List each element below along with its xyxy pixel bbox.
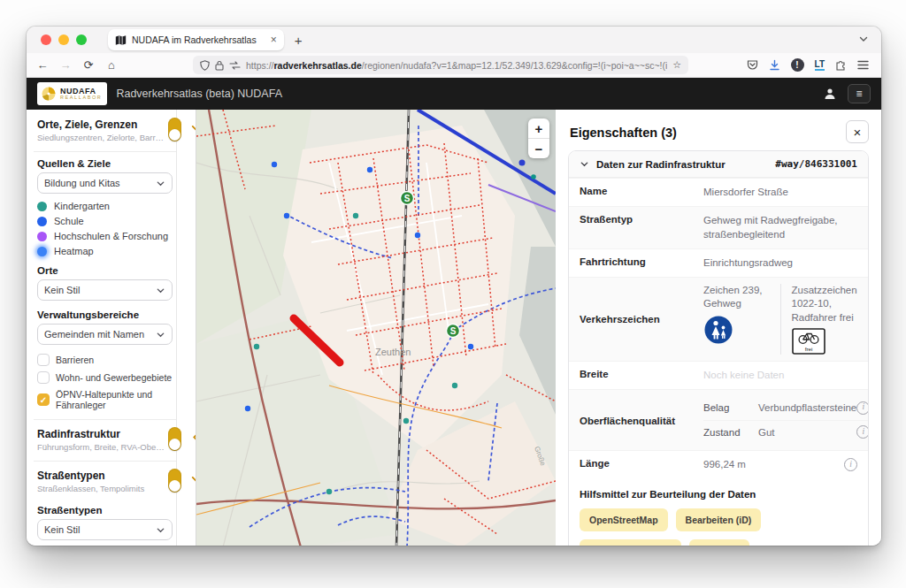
languagetool-extension-icon[interactable]: LT	[815, 59, 825, 71]
divider	[34, 151, 176, 152]
aenderungshistorie-button[interactable]: Änderungshistorie	[580, 539, 681, 546]
chevron-down-icon[interactable]	[190, 473, 196, 485]
zoom-in-button[interactable]: +	[528, 118, 549, 138]
chevron-down-icon[interactable]	[190, 122, 196, 134]
property-row-oberflaechenqualitaet: Oberflächenqualität Belag Verbundpflaste…	[569, 389, 868, 450]
macos-minimize-button[interactable]	[58, 34, 69, 45]
section-orte-ziele-grenzen: Orte, Ziele, Grenzen Siedlungszentren, Z…	[37, 117, 173, 148]
downloads-icon[interactable]	[769, 59, 780, 71]
section-strassentypen: Straßentypen Straßenklassen, Tempolimits	[37, 468, 173, 499]
extension-puzzle-icon[interactable]	[835, 59, 847, 71]
legend-item: Hochschulen & Forschung	[37, 231, 173, 241]
section-title: Orte, Ziele, Grenzen	[37, 118, 173, 131]
property-row-strassentyp: Straßentyp Gehweg mit Radwegfreigabe, st…	[569, 206, 868, 248]
url-text: https://radverkehrsatlas.de/regionen/nud…	[246, 60, 667, 71]
browser-window: NUDAFA im Radverkehrsatlas × + ← → ⟳ ⌂ h…	[27, 27, 881, 546]
chevron-down-icon	[156, 179, 165, 188]
url-bar[interactable]: https://radverkehrsatlas.de/regionen/nud…	[193, 56, 688, 74]
sbahn-station-icon: S	[447, 325, 460, 338]
tools-title: Hilfsmittel zur Beurteilung der Daten	[580, 489, 857, 500]
verwaltungsbereiche-label: Verwaltungsbereiche	[37, 309, 173, 320]
chevron-left-icon[interactable]	[190, 431, 196, 443]
map-zoom-control: + −	[528, 118, 549, 158]
section-radinfrastruktur: Radinfrastruktur Führungsform, Breite, R…	[37, 426, 173, 457]
adblock-extension-icon[interactable]: !	[791, 58, 804, 72]
strassentypen-select[interactable]: Kein Stil	[37, 519, 173, 540]
new-tab-button[interactable]: +	[295, 33, 303, 48]
checkbox-wohn-gewerbe[interactable]: Wohn- und Gewerbegebiete	[37, 371, 173, 384]
home-icon[interactable]: ⌂	[104, 58, 119, 72]
tab-close-icon[interactable]: ×	[271, 34, 277, 46]
property-row-breite: Breite Noch keine Daten	[569, 361, 868, 389]
card-header[interactable]: Daten zur Radinfrastruktur #way/84633100…	[569, 151, 868, 178]
osm-way-id[interactable]: #way/846331001	[775, 158, 857, 170]
reload-icon[interactable]: ⟳	[81, 58, 96, 72]
checkbox-checked-icon[interactable]: ✓	[37, 393, 50, 406]
kindergarten-dot-icon	[37, 202, 47, 211]
svg-text:S: S	[450, 326, 457, 336]
section-subtitle: Siedlungszentren, Zielorte, Barr…	[37, 133, 173, 142]
browser-tab[interactable]: NUDAFA im Radverkehrsatlas ×	[108, 29, 284, 50]
pocket-save-icon[interactable]	[747, 59, 758, 71]
info-icon[interactable]: i	[856, 401, 869, 415]
quellen-ziele-label: Quellen & Ziele	[37, 158, 173, 169]
layer-toggle[interactable]	[168, 118, 181, 141]
radfahrer-frei-sign-icon: frei	[792, 328, 825, 355]
panel-title: Eigenschaften (3)	[570, 126, 869, 140]
map-canvas[interactable]: Große	[196, 110, 556, 546]
checkbox-icon[interactable]	[37, 354, 50, 366]
logo-subtitle: REALLABOR	[60, 95, 102, 101]
properties-panel: Eigenschaften (3) × Daten zur Radinfrast…	[556, 110, 881, 546]
app-header: NUDAFA REALLABOR Radverkehrsatlas (beta)…	[27, 78, 881, 110]
tracking-shield-icon[interactable]	[200, 60, 210, 71]
verwaltungsbereiche-select[interactable]: Gemeinden mit Namen	[37, 324, 173, 345]
browser-menu-icon[interactable]	[857, 60, 869, 70]
permissions-icon[interactable]	[229, 61, 241, 70]
tab-title: NUDAFA im Radverkehrsatlas	[132, 34, 257, 45]
quellen-ziele-select[interactable]: Bildung und Kitas	[37, 172, 173, 194]
nudafa-logo[interactable]: NUDAFA REALLABOR	[37, 82, 107, 105]
openstreetmap-button[interactable]: OpenStreetMap	[580, 508, 668, 531]
zoom-out-button[interactable]: −	[528, 139, 549, 158]
close-icon[interactable]: ×	[846, 120, 869, 143]
property-row-verkehrszeichen: Verkehrszeichen Zeichen 239, Gehweg	[569, 277, 868, 362]
gehweg-sign-icon	[703, 315, 733, 345]
svg-text:S: S	[404, 194, 411, 203]
checkbox-icon[interactable]	[37, 371, 50, 384]
card-title: Daten zur Radinfrastruktur	[596, 159, 726, 170]
info-icon[interactable]: i	[844, 458, 857, 471]
subrow-zustand: Zustand Gut i	[703, 420, 869, 445]
property-row-name: Name Miersdorfer Straße	[569, 178, 868, 206]
divider	[34, 461, 176, 462]
chevron-down-icon	[156, 525, 165, 535]
app-menu-button[interactable]: ≡	[848, 84, 871, 103]
app-title: Radverkehrsatlas (beta) NUDAFA	[116, 88, 282, 100]
info-icon[interactable]: i	[856, 425, 869, 439]
orte-select[interactable]: Kein Stil	[37, 279, 173, 301]
layers-sidebar: Orte, Ziele, Grenzen Siedlungszentren, Z…	[27, 110, 196, 546]
checkbox-barrieren[interactable]: Barrieren	[37, 354, 173, 366]
layer-toggle[interactable]	[168, 469, 181, 493]
radinfrastruktur-card: Daten zur Radinfrastruktur #way/84633100…	[568, 150, 869, 546]
forward-icon[interactable]: →	[58, 58, 73, 72]
property-row-fahrtrichtung: Fahrtrichtung Einrichtungsradweg	[569, 248, 868, 277]
layer-toggle[interactable]	[168, 427, 181, 451]
bearbeiten-id-button[interactable]: Bearbeiten (iD)	[676, 508, 762, 531]
checkbox-oepnv[interactable]: ✓ÖPNV-Haltepunkte und Fähranleger	[37, 389, 173, 410]
tab-list-chevron-icon[interactable]	[858, 34, 869, 44]
macos-close-button[interactable]	[41, 34, 51, 45]
hochschulen-dot-icon	[37, 232, 47, 241]
user-account-icon[interactable]	[823, 87, 837, 101]
logo-pie-icon	[41, 86, 57, 102]
back-icon[interactable]: ←	[35, 58, 50, 72]
tab-bar: NUDAFA im Radverkehrsatlas × +	[27, 27, 881, 53]
town-label: Zeuthen	[375, 347, 411, 357]
lock-icon[interactable]	[215, 60, 224, 71]
mapillary-button[interactable]: Mapillary	[689, 539, 749, 546]
macos-zoom-button[interactable]	[76, 34, 87, 45]
tab-favicon-map-icon	[115, 34, 127, 46]
chevron-down-icon	[580, 159, 589, 169]
bookmark-star-icon[interactable]: ☆	[672, 59, 681, 71]
svg-text:frei: frei	[804, 346, 812, 352]
sbahn-station-icon: S	[401, 192, 414, 205]
